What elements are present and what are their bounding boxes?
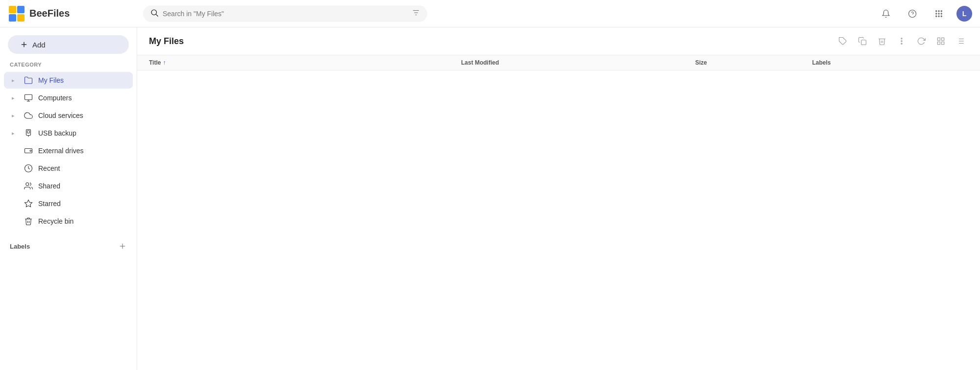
sidebar-item-external-drives-label: External drives	[38, 147, 84, 155]
sidebar-item-recycle-bin[interactable]: ▸ Recycle bin	[4, 213, 133, 230]
sidebar-item-cloud-services-label: Cloud services	[38, 112, 83, 119]
svg-point-11	[936, 10, 937, 11]
help-button[interactable]	[904, 5, 921, 23]
chevron-icon: ▸	[12, 95, 19, 101]
svg-point-19	[941, 16, 942, 17]
cloud-icon	[24, 111, 33, 120]
logo-icon	[8, 5, 25, 23]
svg-rect-27	[27, 131, 30, 133]
label-action-button[interactable]	[835, 33, 851, 49]
folder-icon	[24, 76, 33, 85]
labels-section: Labels	[0, 236, 137, 251]
svg-point-9	[909, 10, 916, 17]
sidebar-item-cloud-services[interactable]: ▸ Cloud services	[4, 107, 133, 124]
table-header: Title ↑ Last Modified Size Labels	[137, 55, 980, 70]
clock-icon	[24, 164, 33, 173]
search-icon	[150, 8, 159, 19]
svg-point-12	[938, 10, 939, 11]
people-icon	[24, 182, 33, 190]
chevron-icon: ▸	[12, 130, 19, 137]
sidebar-item-computers[interactable]: ▸ Computers	[4, 90, 133, 106]
sidebar-item-shared-label: Shared	[38, 182, 60, 190]
svg-point-16	[941, 13, 942, 14]
sidebar-item-usb-backup[interactable]: ▸ USB backup	[4, 125, 133, 141]
search-bar[interactable]	[143, 5, 427, 22]
copy-action-button[interactable]	[855, 33, 870, 49]
add-button[interactable]: Add	[8, 35, 129, 54]
svg-point-13	[941, 10, 942, 11]
delete-action-button[interactable]	[874, 33, 890, 49]
file-table	[137, 70, 980, 370]
svg-line-5	[156, 14, 158, 16]
category-label: Category	[0, 62, 137, 71]
svg-rect-37	[861, 40, 866, 45]
svg-rect-43	[937, 42, 940, 45]
sidebar-item-recycle-bin-label: Recycle bin	[38, 217, 74, 225]
svg-point-32	[26, 183, 29, 185]
add-button-label: Add	[32, 41, 46, 49]
more-action-button[interactable]	[894, 33, 909, 49]
labels-title: Labels	[10, 243, 30, 250]
svg-marker-33	[25, 200, 32, 207]
add-label-button[interactable]	[118, 242, 127, 251]
col-size-header[interactable]: Size	[695, 59, 812, 66]
notifications-button[interactable]	[877, 5, 895, 23]
svg-point-40	[901, 43, 902, 44]
svg-point-39	[901, 41, 902, 42]
content-area: My Files	[137, 27, 980, 370]
sidebar-divider	[0, 230, 137, 236]
col-modified-header[interactable]: Last Modified	[461, 59, 695, 66]
grid-view-button[interactable]	[933, 33, 949, 49]
plus-icon	[20, 40, 28, 49]
svg-point-30	[30, 150, 31, 152]
sidebar-item-recent[interactable]: ▸ Recent	[4, 160, 133, 177]
svg-rect-44	[942, 42, 944, 45]
sidebar-item-recent-label: Recent	[38, 164, 60, 172]
svg-rect-41	[937, 38, 940, 40]
svg-point-18	[938, 16, 939, 17]
sidebar-item-shared[interactable]: ▸ Shared	[4, 178, 133, 194]
sidebar-item-external-drives[interactable]: ▸ External drives	[4, 142, 133, 159]
svg-point-14	[936, 13, 937, 14]
sidebar-item-starred[interactable]: ▸ Starred	[4, 195, 133, 212]
content-title: My Files	[149, 36, 829, 46]
content-actions	[835, 33, 968, 49]
topbar-actions: L	[877, 5, 972, 23]
chevron-icon: ▸	[12, 113, 19, 119]
svg-point-15	[938, 13, 939, 14]
svg-rect-0	[9, 6, 16, 13]
col-labels-header[interactable]: Labels	[812, 59, 968, 66]
svg-rect-22	[25, 94, 32, 100]
svg-rect-42	[942, 38, 944, 40]
sidebar-item-starred-label: Starred	[38, 200, 61, 208]
trash-icon	[24, 217, 33, 226]
svg-point-38	[901, 38, 902, 39]
sidebar-item-usb-backup-label: USB backup	[38, 129, 76, 137]
usb-icon	[24, 129, 33, 138]
filter-icon[interactable]	[412, 8, 420, 19]
drive-icon	[24, 146, 33, 155]
logo-area: BeeFiles	[8, 5, 135, 23]
avatar[interactable]: L	[956, 6, 972, 22]
app-title: BeeFiles	[29, 8, 70, 19]
refresh-button[interactable]	[913, 33, 929, 49]
svg-point-17	[936, 16, 937, 17]
sidebar: AddCategory ▸ My Files ▸ Computers ▸ Clo…	[0, 27, 137, 370]
sidebar-item-my-files-label: My Files	[38, 76, 64, 84]
col-title-header[interactable]: Title ↑	[149, 59, 461, 66]
content-header: My Files	[137, 27, 980, 55]
svg-rect-28	[25, 149, 32, 153]
main-layout: AddCategory ▸ My Files ▸ Computers ▸ Clo…	[0, 27, 980, 370]
svg-rect-2	[9, 14, 16, 22]
sort-button[interactable]	[953, 33, 968, 49]
star-icon	[24, 199, 33, 208]
svg-rect-3	[17, 14, 24, 22]
sidebar-item-computers-label: Computers	[38, 94, 72, 102]
apps-button[interactable]	[930, 5, 948, 23]
monitor-icon	[24, 93, 33, 102]
search-input[interactable]	[163, 10, 408, 18]
sidebar-item-my-files[interactable]: ▸ My Files	[4, 72, 133, 89]
chevron-icon: ▸	[12, 77, 19, 84]
svg-point-4	[151, 10, 157, 15]
svg-rect-1	[17, 6, 24, 13]
